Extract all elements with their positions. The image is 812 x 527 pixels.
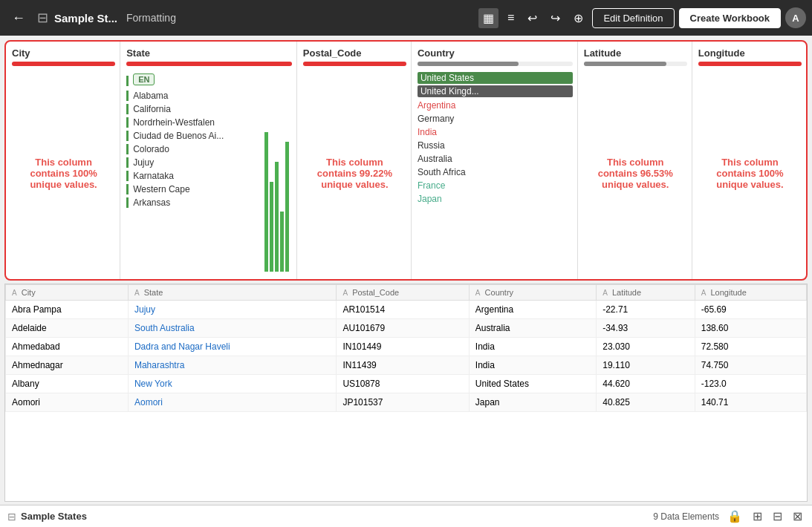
country-item-south-africa: South Africa — [418, 166, 573, 179]
user-avatar[interactable]: A — [785, 7, 806, 28]
td-lat: 23.030 — [597, 338, 695, 356]
country-item-france: France — [418, 179, 573, 192]
state-list-wrapper: EN Alabama California Nordrhein-Wes — [126, 72, 292, 275]
grid-view-button[interactable]: ▦ — [478, 8, 498, 28]
td-state: Dadra and Nagar Haveli — [128, 338, 336, 356]
table-icon-button[interactable]: ⊟ — [770, 509, 785, 523]
td-postal: IN11439 — [337, 356, 469, 375]
status-title: Sample States — [21, 511, 87, 522]
country-item-japan: Japan — [418, 192, 573, 206]
td-postal: US10878 — [337, 375, 469, 393]
country-progress-bar — [418, 62, 573, 66]
status-right: 9 Data Elements 🔒 ⊞ ⊟ ⊠ — [653, 509, 805, 523]
city-progress-fill — [12, 62, 115, 66]
th-city[interactable]: A City — [6, 285, 129, 301]
latitude-progress-fill — [584, 62, 666, 66]
state-mini-chart — [264, 72, 290, 275]
lock-button[interactable]: 🔒 — [725, 509, 744, 523]
type-indicator-latitude: A — [602, 289, 608, 297]
country-progress-fill — [418, 62, 519, 66]
td-city: Albany — [6, 375, 129, 393]
country-item-australia: Australia — [418, 152, 573, 166]
redo-button[interactable]: ↪ — [546, 8, 565, 28]
td-lon: 74.750 — [695, 356, 806, 375]
td-lon: 72.580 — [695, 338, 806, 356]
td-lon: 138.60 — [695, 319, 806, 338]
formatting-label: Formatting — [126, 12, 472, 24]
td-state: Maharashtra — [128, 356, 336, 375]
td-country: Australia — [469, 319, 596, 338]
th-latitude[interactable]: A Latitude — [597, 285, 695, 301]
table-body: Abra Pampa Jujuy AR101514 Argentina -22.… — [6, 301, 807, 412]
create-workbook-button[interactable]: Create Workbook — [679, 8, 781, 28]
th-postal[interactable]: A Postal_Code — [337, 285, 469, 301]
country-item-germany: Germany — [418, 112, 573, 125]
status-bar: ⊟ Sample States 9 Data Elements 🔒 ⊞ ⊟ ⊠ — [0, 505, 812, 527]
td-city: Ahmedabad — [6, 338, 129, 356]
data-elements-count: 9 Data Elements — [653, 511, 719, 522]
table-row: Abra Pampa Jujuy AR101514 Argentina -22.… — [6, 301, 807, 319]
bar-indicator — [126, 144, 129, 154]
bar-indicator — [126, 117, 129, 128]
at-button[interactable]: ⊕ — [569, 8, 588, 28]
th-state[interactable]: A State — [128, 285, 336, 301]
td-city: Ahmednagar — [6, 356, 129, 375]
undo-button[interactable]: ↩ — [523, 8, 542, 28]
bar-indicator — [126, 171, 129, 181]
mini-bar — [270, 182, 273, 272]
edit-definition-button[interactable]: Edit Definition — [592, 8, 674, 28]
profile-col-city: City This column contains 100% unique va… — [6, 42, 120, 279]
mini-bar — [285, 142, 289, 272]
longitude-progress-bar — [698, 62, 802, 66]
mini-bar — [280, 212, 284, 272]
td-lon: -65.69 — [695, 301, 806, 319]
th-longitude[interactable]: A Longitude — [695, 285, 806, 301]
postal-unique-msg: This column contains 99.22% unique value… — [303, 72, 406, 275]
bar-indicator — [126, 197, 129, 208]
mini-bar — [264, 132, 268, 272]
state-progress-bar — [126, 62, 292, 66]
postal-progress-bar — [303, 62, 406, 66]
td-city: Abra Pampa — [6, 301, 129, 319]
data-table-wrapper[interactable]: A City A State A Postal_Code A Country A… — [4, 284, 808, 502]
td-lat: 40.825 — [597, 393, 695, 412]
country-item-argentina: Argentina — [418, 99, 573, 112]
col-header-postal: Postal_Code — [303, 48, 406, 59]
col-header-country: Country — [418, 48, 573, 59]
bar-indicator — [126, 184, 129, 194]
col-header-state: State — [126, 48, 292, 59]
th-country[interactable]: A Country — [469, 285, 596, 301]
table-row: Ahmedabad Dadra and Nagar Haveli IN10144… — [6, 338, 807, 356]
bar-indicator — [126, 76, 129, 86]
longitude-unique-msg: This column contains 100% unique values. — [698, 72, 802, 275]
profile-col-postal: Postal_Code This column contains 99.22% … — [297, 42, 412, 279]
profile-columns: City This column contains 100% unique va… — [6, 42, 806, 279]
table-header-row: A City A State A Postal_Code A Country A… — [6, 285, 807, 301]
td-lat: 19.110 — [597, 356, 695, 375]
postal-progress-fill — [303, 62, 406, 66]
type-indicator-longitude: A — [701, 289, 707, 297]
col-header-latitude: Latitude — [584, 48, 687, 59]
list-view-button[interactable]: ≡ — [503, 8, 519, 27]
bar-indicator — [126, 104, 129, 114]
td-country: Japan — [469, 393, 596, 412]
td-country: India — [469, 356, 596, 375]
data-table: A City A State A Postal_Code A Country A… — [5, 284, 807, 412]
country-list-wrapper: United States United Kingd... Argentina … — [418, 72, 573, 275]
toolbar: ▦ ≡ ↩ ↪ ⊕ Edit Definition Create Workboo… — [478, 7, 806, 28]
table-row: Albany New York US10878 United States 44… — [6, 375, 807, 393]
td-lat: -34.93 — [597, 319, 695, 338]
grid-icon-button[interactable]: ⊞ — [750, 509, 764, 523]
td-lon: -123.0 — [695, 375, 806, 393]
col-header-city: City — [12, 48, 115, 59]
table-row: Adelaide South Australia AU101679 Austra… — [6, 319, 807, 338]
type-indicator-state: A — [134, 289, 140, 297]
longitude-progress-fill — [698, 62, 802, 66]
type-indicator-postal: A — [342, 289, 348, 297]
td-lat: 44.620 — [597, 375, 695, 393]
bar-indicator — [126, 157, 129, 168]
country-item-uk: United Kingd... — [418, 85, 573, 97]
country-item-russia: Russia — [418, 139, 573, 152]
back-button[interactable]: ← — [6, 7, 31, 29]
expand-icon-button[interactable]: ⊠ — [790, 509, 805, 523]
